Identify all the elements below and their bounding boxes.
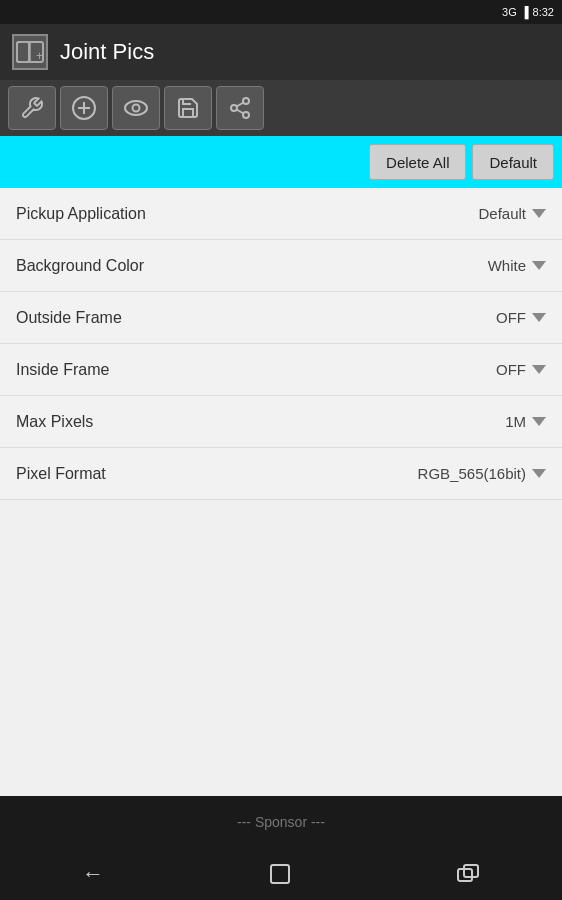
svg-line-13: [237, 103, 244, 107]
setting-row-1[interactable]: Background Color White: [0, 240, 562, 292]
settings-list: Pickup Application Default Background Co…: [0, 188, 562, 500]
setting-value-wrap-0: Default: [478, 205, 546, 222]
setting-value-1: White: [488, 257, 526, 274]
sponsor-text: --- Sponsor ---: [237, 814, 325, 830]
svg-rect-1: [17, 42, 29, 62]
setting-label-5: Pixel Format: [16, 465, 106, 483]
svg-text:+: +: [36, 49, 43, 63]
setting-row-5[interactable]: Pixel Format RGB_565(16bit): [0, 448, 562, 500]
setting-value-wrap-3: OFF: [496, 361, 546, 378]
dropdown-arrow-3: [532, 365, 546, 374]
status-bar: 3G ▐ 8:32: [0, 0, 562, 24]
svg-point-10: [231, 105, 237, 111]
sponsor-bar: --- Sponsor ---: [0, 796, 562, 848]
setting-label-3: Inside Frame: [16, 361, 109, 379]
setting-row-2[interactable]: Outside Frame OFF: [0, 292, 562, 344]
nav-bar: ←: [0, 848, 562, 900]
wrench-tool-button[interactable]: [8, 86, 56, 130]
save-button[interactable]: [164, 86, 212, 130]
app-icon: +: [12, 34, 48, 70]
setting-row-0[interactable]: Pickup Application Default: [0, 188, 562, 240]
toolbar: [0, 80, 562, 136]
delete-all-button[interactable]: Delete All: [369, 144, 466, 180]
dropdown-arrow-5: [532, 469, 546, 478]
title-bar: + Joint Pics: [0, 24, 562, 80]
setting-label-2: Outside Frame: [16, 309, 122, 327]
setting-label-1: Background Color: [16, 257, 144, 275]
svg-point-9: [243, 98, 249, 104]
preview-button[interactable]: [112, 86, 160, 130]
setting-value-5: RGB_565(16bit): [418, 465, 526, 482]
svg-rect-14: [271, 865, 289, 883]
setting-value-3: OFF: [496, 361, 526, 378]
action-bar: Delete All Default: [0, 136, 562, 188]
setting-value-wrap-2: OFF: [496, 309, 546, 326]
setting-row-4[interactable]: Max Pixels 1M: [0, 396, 562, 448]
dropdown-arrow-1: [532, 261, 546, 270]
svg-point-11: [243, 112, 249, 118]
setting-label-4: Max Pixels: [16, 413, 93, 431]
setting-row-3[interactable]: Inside Frame OFF: [0, 344, 562, 396]
dropdown-arrow-2: [532, 313, 546, 322]
clock: 8:32: [533, 6, 554, 18]
battery-icon: ▐: [521, 6, 529, 18]
setting-value-wrap-1: White: [488, 257, 546, 274]
back-button[interactable]: ←: [58, 853, 128, 895]
setting-value-2: OFF: [496, 309, 526, 326]
setting-value-wrap-4: 1M: [505, 413, 546, 430]
recents-button[interactable]: [432, 854, 504, 894]
svg-line-12: [237, 110, 244, 114]
app-title: Joint Pics: [60, 39, 154, 65]
setting-value-4: 1M: [505, 413, 526, 430]
setting-value-wrap-5: RGB_565(16bit): [418, 465, 546, 482]
svg-point-7: [125, 101, 147, 115]
share-button[interactable]: [216, 86, 264, 130]
dropdown-arrow-0: [532, 209, 546, 218]
add-button[interactable]: [60, 86, 108, 130]
dropdown-arrow-4: [532, 417, 546, 426]
signal-indicator: 3G: [502, 6, 517, 18]
svg-point-8: [133, 105, 140, 112]
setting-value-0: Default: [478, 205, 526, 222]
home-button[interactable]: [244, 854, 316, 894]
default-button[interactable]: Default: [472, 144, 554, 180]
setting-label-0: Pickup Application: [16, 205, 146, 223]
